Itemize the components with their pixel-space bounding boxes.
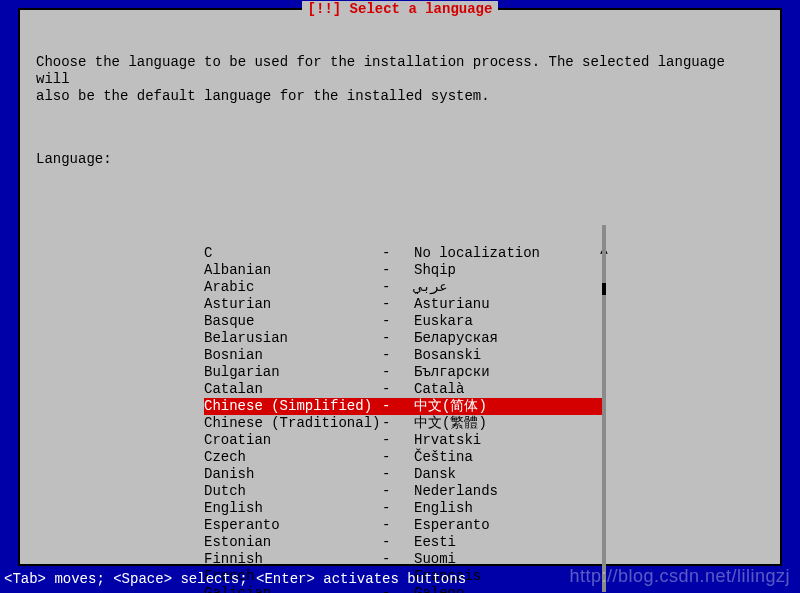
separator: - <box>382 466 414 483</box>
separator: - <box>382 245 414 262</box>
language-english: Basque <box>204 313 382 330</box>
scroll-track[interactable] <box>602 225 606 592</box>
language-item[interactable]: Finnish- Suomi <box>204 551 604 568</box>
separator: - <box>382 517 414 534</box>
language-english: English <box>204 500 382 517</box>
language-english: Estonian <box>204 534 382 551</box>
language-english: C <box>204 245 382 262</box>
language-item[interactable]: Czech- Čeština <box>204 449 604 466</box>
language-native: Euskara <box>414 313 566 330</box>
scrollbar[interactable]: ▲ ▼ <box>600 213 608 593</box>
language-native: Dansk <box>414 466 566 483</box>
language-item[interactable]: Croatian- Hrvatski <box>204 432 604 449</box>
separator: - <box>382 449 414 466</box>
language-list[interactable]: C- No localizationAlbanian- ShqipArabic-… <box>204 245 604 593</box>
language-native: 中文(简体) <box>414 398 566 415</box>
language-item[interactable]: Catalan- Català <box>204 381 604 398</box>
language-item[interactable]: Bulgarian- Български <box>204 364 604 381</box>
language-native: Suomi <box>414 551 566 568</box>
separator: - <box>382 347 414 364</box>
language-item[interactable]: Bosnian- Bosanski <box>204 347 604 364</box>
language-native: Bosanski <box>414 347 566 364</box>
language-native: Eesti <box>414 534 566 551</box>
language-english: Arabic <box>204 279 382 296</box>
language-item[interactable]: Belarusian- Беларуская <box>204 330 604 347</box>
separator: - <box>382 500 414 517</box>
language-item[interactable]: Chinese (Simplified)- 中文(简体) <box>204 398 604 415</box>
language-native: Čeština <box>414 449 566 466</box>
separator: - <box>382 415 414 432</box>
language-native: Nederlands <box>414 483 566 500</box>
separator: - <box>382 551 414 568</box>
separator: - <box>382 534 414 551</box>
language-item[interactable]: Dutch- Nederlands <box>204 483 604 500</box>
language-native: 中文(繁體) <box>414 415 566 432</box>
language-english: Albanian <box>204 262 382 279</box>
language-native: Esperanto <box>414 517 566 534</box>
language-dialog: [!!] Select a language Choose the langua… <box>18 8 782 566</box>
language-item[interactable]: English- English <box>204 500 604 517</box>
language-english: Finnish <box>204 551 382 568</box>
language-english: Belarusian <box>204 330 382 347</box>
watermark: http://blog.csdn.net/lilingzj <box>569 566 790 587</box>
language-native: No localization <box>414 245 566 262</box>
separator: - <box>382 483 414 500</box>
separator: - <box>382 262 414 279</box>
language-item[interactable]: Esperanto- Esperanto <box>204 517 604 534</box>
language-item[interactable]: Albanian- Shqip <box>204 262 604 279</box>
dialog-title-bar: [!!] Select a language <box>20 1 780 17</box>
language-native: Български <box>414 364 566 381</box>
language-english: Chinese (Traditional) <box>204 415 382 432</box>
language-item[interactable]: Asturian- Asturianu <box>204 296 604 313</box>
language-item[interactable]: Arabic- عربي <box>204 279 604 296</box>
language-native: English <box>414 500 566 517</box>
dialog-title: [!!] Select a language <box>302 1 499 17</box>
separator: - <box>382 381 414 398</box>
language-item[interactable]: Danish- Dansk <box>204 466 604 483</box>
language-native: Català <box>414 381 566 398</box>
language-english: Asturian <box>204 296 382 313</box>
language-item[interactable]: Basque- Euskara <box>204 313 604 330</box>
separator: - <box>382 296 414 313</box>
separator: - <box>382 432 414 449</box>
language-native: Hrvatski <box>414 432 566 449</box>
language-english: Bulgarian <box>204 364 382 381</box>
language-label: Language: <box>36 151 764 167</box>
separator: - <box>382 398 414 415</box>
language-english: Chinese (Simplified) <box>204 398 382 415</box>
language-native: Беларуская <box>414 330 566 347</box>
separator: - <box>382 279 414 296</box>
language-item[interactable]: C- No localization <box>204 245 604 262</box>
language-english: Catalan <box>204 381 382 398</box>
scroll-thumb[interactable] <box>602 283 606 295</box>
separator: - <box>382 313 414 330</box>
separator: - <box>382 330 414 347</box>
language-native: عربي <box>414 279 566 296</box>
language-english: Dutch <box>204 483 382 500</box>
separator: - <box>382 364 414 381</box>
dialog-instructions: Choose the language to be used for the i… <box>36 54 764 105</box>
language-item[interactable]: Estonian- Eesti <box>204 534 604 551</box>
language-english: Croatian <box>204 432 382 449</box>
language-english: Bosnian <box>204 347 382 364</box>
language-english: Esperanto <box>204 517 382 534</box>
language-native: Asturianu <box>414 296 566 313</box>
language-native: Shqip <box>414 262 566 279</box>
language-item[interactable]: Chinese (Traditional)- 中文(繁體) <box>204 415 604 432</box>
language-english: Danish <box>204 466 382 483</box>
language-english: Czech <box>204 449 382 466</box>
